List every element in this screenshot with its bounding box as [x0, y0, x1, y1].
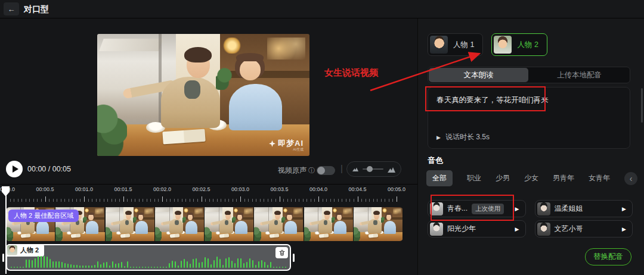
scene-part-plant — [304, 225, 311, 241]
zoom-slider-knob[interactable] — [367, 166, 373, 172]
scene-part-bokeh — [267, 38, 305, 60]
voice-item-4[interactable]: 文艺小哥▶ — [535, 220, 633, 238]
playhead-line[interactable] — [5, 186, 7, 274]
mode-tab-1[interactable]: 文本朗读 — [429, 68, 528, 82]
waveform-bar — [103, 262, 104, 268]
waveform-bar — [282, 267, 283, 268]
scene-part-fringe — [137, 212, 144, 215]
scene-part-awn — [255, 208, 270, 212]
voice-category-2[interactable]: 职业 — [467, 173, 481, 183]
voice-category-3[interactable]: 少男 — [496, 173, 510, 183]
scene-part-plant — [6, 225, 13, 241]
ruler-tick — [252, 199, 253, 202]
scene-part-fringe — [386, 212, 392, 215]
zoom-out-mountain-icon[interactable] — [352, 167, 358, 171]
voice-name: 温柔姐姐 — [555, 204, 583, 214]
character-tab-2[interactable]: 人物 2 — [491, 33, 547, 56]
scene-part-woman — [36, 221, 49, 234]
waveform-bar — [154, 267, 155, 268]
clip-right-handle[interactable] — [293, 254, 295, 262]
scene-part-book — [120, 233, 131, 238]
voice-category-6[interactable]: 女青年 — [589, 173, 610, 183]
ruler-tick — [318, 196, 319, 202]
app-root: ← 对口型 即梦AI AI生成 00:00 / 00:05 视频原声 ⓘ | — [0, 0, 644, 275]
scene-part-man-in — [184, 80, 200, 99]
zoom-in-mountain-icon[interactable] — [388, 166, 395, 173]
voice-play-button[interactable]: ▶ — [515, 206, 519, 212]
voice-item-2[interactable]: 温柔姐姐▶ — [535, 200, 633, 217]
zoom-slider-track[interactable] — [363, 168, 383, 170]
voice-item-1[interactable]: 青春...上次使用▶ — [428, 200, 526, 217]
ruler-tick — [217, 199, 218, 202]
clip-left-handle[interactable] — [2, 254, 4, 262]
film-frame[interactable] — [155, 207, 205, 241]
ruler-label: 00:05.0 — [388, 186, 405, 192]
waveform-bar — [79, 265, 80, 268]
script-box[interactable]: 春天真的要来了，等花开咱们再来 ▶ 说话时长 3.5s — [428, 87, 630, 149]
watermark-logo-icon — [269, 140, 275, 147]
voice-category-4[interactable]: 少女 — [524, 173, 538, 183]
info-icon[interactable]: ⓘ — [308, 166, 315, 175]
waveform-bar — [26, 260, 27, 268]
ruler-tick — [306, 199, 307, 202]
waveform-bar — [151, 267, 152, 268]
scene-part-fringe — [187, 212, 194, 215]
waveform-bar — [240, 258, 242, 268]
voice-category-5[interactable]: 男青年 — [553, 173, 574, 183]
preview-play-icon[interactable]: ▶ — [436, 135, 441, 140]
panel-scrollbar[interactable] — [641, 88, 643, 123]
waveform-bar — [273, 267, 274, 268]
voice-category-1[interactable]: 全部 — [426, 170, 453, 186]
waveform-bar — [88, 265, 89, 268]
waveform-bar — [285, 267, 286, 268]
film-frame[interactable] — [254, 207, 304, 241]
ruler-tick — [154, 199, 155, 202]
scene-part-bokeh — [144, 208, 153, 214]
ruler-label: 00:01.5 — [114, 186, 132, 192]
voice-play-button[interactable]: ▶ — [515, 226, 519, 232]
mode-tab-2[interactable]: 上传本地配音 — [530, 68, 629, 82]
video-preview[interactable]: 即梦AI AI生成 — [97, 34, 309, 156]
ruler-tick — [88, 199, 89, 202]
voice-item-3[interactable]: 阳光少年▶ — [428, 220, 526, 238]
ruler-tick — [346, 199, 346, 202]
ruler-tick — [209, 199, 210, 202]
audio-clip[interactable]: 人物 2 — [6, 244, 291, 271]
film-frame[interactable] — [304, 207, 354, 241]
category-prev-button[interactable]: ‹ — [624, 172, 637, 185]
timeline-ruler[interactable]: 00:00.000:00.500:01.000:01.500:02.000:02… — [0, 186, 417, 204]
scene-part-plant2 — [133, 216, 137, 223]
scene-part-woman-head — [88, 214, 93, 220]
voice-avatar — [430, 223, 443, 236]
ruler-tick — [26, 199, 26, 202]
film-frame[interactable] — [205, 207, 254, 241]
waveform-bar — [225, 258, 227, 268]
ruler-tick — [303, 199, 304, 202]
scene-part-fringe — [88, 212, 94, 215]
film-frame[interactable] — [106, 207, 155, 241]
scene-part-plant — [106, 225, 113, 241]
annotation-note: 女生说话视频 — [324, 67, 378, 79]
waveform-bar — [142, 267, 143, 268]
ruler-tick — [389, 199, 389, 202]
scene-part-woman — [384, 221, 397, 234]
original-audio-toggle[interactable] — [317, 166, 335, 175]
ruler-label: 00:02.5 — [192, 186, 210, 192]
replace-dub-button[interactable]: 替换配音 — [585, 248, 631, 265]
film-frame[interactable] — [354, 207, 403, 241]
waveform-bar — [49, 259, 51, 268]
voice-play-button[interactable]: ▶ — [622, 226, 626, 232]
waveform-bar — [231, 261, 233, 268]
character-thumbnail — [494, 36, 512, 54]
scene-part-plant2 — [182, 216, 187, 223]
scene-part-lamp — [222, 38, 242, 54]
waveform-bar — [187, 261, 188, 268]
scene-part-plant2 — [281, 216, 286, 223]
play-button[interactable] — [6, 161, 23, 177]
character-tab-1[interactable]: 人物 1 — [428, 33, 483, 56]
voice-play-button[interactable]: ▶ — [622, 206, 626, 212]
ruler-tick — [287, 199, 288, 202]
script-text[interactable]: 春天真的要来了，等花开咱们再来 — [436, 95, 621, 106]
waveform-bar — [213, 260, 215, 268]
back-button[interactable]: ← — [4, 2, 19, 15]
